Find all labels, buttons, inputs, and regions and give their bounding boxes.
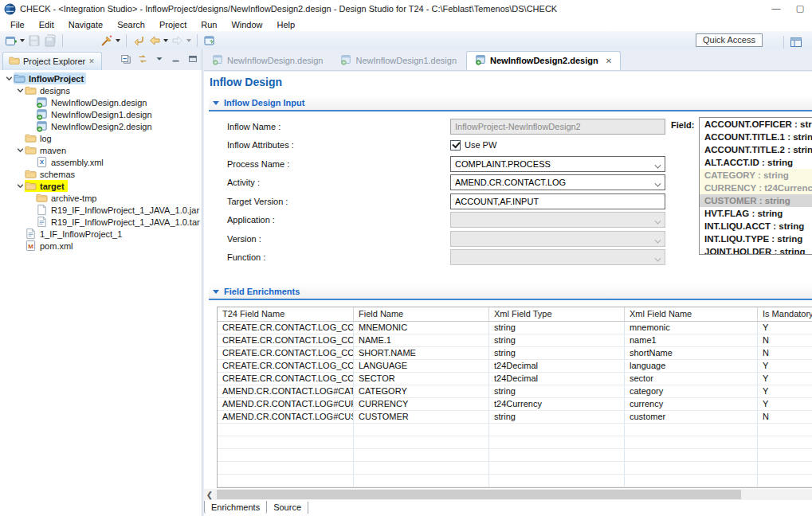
table-row[interactable]: AMEND.CR.CONTACT.LOG#CUST...CUSTOMERstri… — [218, 411, 812, 424]
table-row[interactable]: AMEND.CR.CONTACT.LOG#CATE...CATEGORYstri… — [218, 385, 812, 398]
tree-item-r19-if-inflowproject-1-java-1-0-tar[interactable]: R19_IF_InflowProject_1_JAVA_1.0.tar — [0, 216, 202, 228]
process-name-combo[interactable]: COMPLAINT.PROCESS — [450, 156, 665, 172]
dropdown-caret-icon[interactable] — [163, 39, 168, 42]
minimize-icon[interactable] — [171, 53, 182, 64]
menu-project[interactable]: Project — [152, 19, 194, 30]
field-list-item[interactable]: INT.LIQU.TYPE : string — [700, 233, 812, 245]
menu-navigate[interactable]: Navigate — [61, 19, 110, 30]
field-list-item[interactable]: ACCOUNT.OFFICER : string — [700, 118, 812, 131]
editor-tab-newinflowdesign-design[interactable]: NewInflowDesign.design — [204, 51, 331, 70]
field-list-item[interactable]: ACCOUNT.TITLE.2 : string — [700, 143, 812, 156]
close-tab-icon[interactable]: ✕ — [606, 57, 612, 65]
editor-tab-newinflowdesign1-design[interactable]: NewInflowDesign1.design — [332, 51, 465, 70]
chevron-down-icon[interactable] — [655, 236, 661, 242]
column-header-t24-field-name[interactable]: T24 Field Name — [218, 307, 354, 321]
field-list-item[interactable]: CATEGORY : string — [700, 169, 812, 182]
field-list-item[interactable]: JOINT.HOLDER : string — [700, 245, 812, 255]
dropdown-caret-icon[interactable] — [186, 39, 191, 42]
section-inflow-design-input[interactable]: Inflow Design Input — [209, 96, 812, 111]
tree-item-schemas[interactable]: schemas — [0, 168, 202, 180]
new-wizard-icon[interactable] — [3, 33, 26, 49]
section-collapse-icon[interactable] — [213, 290, 219, 294]
use-pw-checkbox[interactable] — [450, 140, 461, 150]
tab-project-explorer[interactable]: Project Explorer ✕ — [2, 52, 102, 70]
section-field-enrichments[interactable]: Field Enrichments — [209, 284, 812, 300]
field-list-item[interactable]: ACCOUNT.TITLE.1 : string — [700, 131, 812, 143]
link-with-editor-icon[interactable] — [137, 53, 148, 64]
tree-item-inflowproject[interactable]: InflowProject — [0, 72, 202, 84]
tree-item-newinflowdesign-design[interactable]: NewInflowDesign.design — [0, 96, 202, 108]
menu-bar: FileEditNavigateSearchProjectRunWindowHe… — [0, 18, 812, 31]
tree-item-log[interactable]: log — [0, 132, 202, 144]
back-icon[interactable] — [147, 33, 170, 49]
target-version-input[interactable]: ACCOUNT,AF.INPUT — [450, 194, 665, 209]
tree-item-target[interactable]: target — [0, 180, 202, 192]
table-cell: CATEGORY — [354, 385, 489, 397]
menu-help[interactable]: Help — [270, 19, 303, 30]
maximize-button[interactable]: ▢ — [788, 0, 812, 16]
run-tool-icon[interactable] — [99, 33, 122, 49]
chevron-down-icon[interactable] — [655, 180, 661, 186]
column-header-xml-field-name[interactable]: Xml Field Name — [625, 307, 758, 321]
column-header-field-name[interactable]: Field Name — [354, 307, 489, 321]
close-view-icon[interactable]: ✕ — [88, 57, 95, 65]
menu-search[interactable]: Search — [110, 19, 152, 30]
dropdown-caret-icon[interactable] — [20, 39, 25, 42]
field-list-item[interactable]: CUSTOMER : string — [700, 194, 812, 207]
expand-chevron-icon[interactable] — [5, 74, 14, 83]
table-row[interactable]: CREATE.CR.CONTACT.LOG_CCCL...LANGUAGEt24… — [218, 360, 812, 373]
scroll-left-icon[interactable]: ❮ — [204, 489, 215, 500]
table-row[interactable]: AMEND.CR.CONTACT.LOG#CURR...CURRENCYt24C… — [218, 398, 812, 411]
quick-access-button[interactable]: Quick Access — [696, 33, 763, 47]
maximize-icon[interactable] — [187, 53, 198, 64]
dropdown-caret-icon[interactable] — [116, 39, 120, 42]
tree-item-1-if-inflowproject-1[interactable]: 1_IF_InflowProject_1 — [0, 228, 202, 240]
collapse-all-icon[interactable] — [120, 53, 131, 64]
menu-window[interactable]: Window — [224, 19, 269, 30]
field-list-item[interactable]: HVT.FLAG : string — [700, 207, 812, 220]
tree-item-newinflowdesign2-design[interactable]: NewInflowDesign2.design — [0, 120, 202, 132]
column-header-is-mandatory[interactable]: Is Mandatory — [758, 307, 812, 321]
tree-item-newinflowdesign1-design[interactable]: NewInflowDesign1.design — [0, 108, 202, 120]
tree-item-maven[interactable]: maven — [0, 144, 202, 156]
tree-item-r19-if-inflowproject-1-java-1-0-jar[interactable]: R19_IF_InflowProject_1_JAVA_1.0.jar — [0, 204, 202, 216]
field-enrichments-table[interactable]: T24 Field NameField NameXml Field TypeXm… — [217, 307, 812, 488]
view-menu-icon[interactable] — [154, 53, 165, 64]
table-row[interactable]: CREATE.CR.CONTACT.LOG_CCCL...SECTORt24De… — [218, 373, 812, 385]
table-row[interactable]: CREATE.CR.CONTACT.LOG_CCCL...SHORT.NAMEs… — [218, 347, 812, 360]
bottom-tab-enrichments[interactable]: Enrichments — [204, 501, 267, 514]
bottom-tab-source[interactable]: Source — [267, 502, 308, 514]
menu-file[interactable]: File — [3, 19, 32, 30]
field-list-item[interactable]: CURRENCY : t24Currency — [700, 182, 812, 194]
expand-chevron-icon[interactable] — [16, 146, 25, 154]
field-list-item[interactable]: INT.LIQU.ACCT : string — [700, 220, 812, 233]
no-chevron — [16, 241, 25, 250]
integration-studio-perspective-icon[interactable] — [788, 34, 804, 50]
go-to-file-icon[interactable] — [202, 33, 218, 49]
expand-chevron-icon[interactable] — [16, 86, 25, 95]
activity-combo[interactable]: AMEND.CR.CONTACT.LOG — [450, 174, 665, 190]
expand-chevron-icon[interactable] — [16, 182, 25, 190]
tree-item-pom-xml[interactable]: Mpom.xml — [0, 240, 202, 252]
tree-item-assembly-xml[interactable]: Xassembly.xml — [0, 156, 202, 168]
scrollbar-thumb[interactable] — [217, 490, 741, 499]
field-list-label: Field: — [671, 120, 694, 130]
field-list-item[interactable]: ALT.ACCT.ID : string — [700, 156, 812, 169]
menu-run[interactable]: Run — [194, 19, 224, 30]
tree-item-designs[interactable]: designs — [0, 84, 202, 96]
chevron-down-icon[interactable] — [655, 255, 661, 260]
table-row[interactable]: CREATE.CR.CONTACT.LOG_CCCL...NAME.1strin… — [218, 334, 812, 347]
chevron-down-icon[interactable] — [655, 162, 661, 167]
field-value: InflowProject-NewInflowDesign2 — [455, 122, 581, 131]
minimize-button[interactable]: — — [764, 0, 788, 16]
tree-item-archive-tmp[interactable]: archive-tmp — [0, 192, 202, 204]
menu-edit[interactable]: Edit — [32, 19, 61, 30]
editor-tab-newinflowdesign2-design[interactable]: NewInflowDesign2.design✕ — [466, 51, 621, 70]
column-header-xml-field-type[interactable]: Xml Field Type — [489, 307, 625, 321]
section-collapse-icon[interactable] — [213, 101, 219, 105]
last-edit-location-icon[interactable] — [131, 33, 147, 49]
chevron-down-icon[interactable] — [655, 217, 661, 223]
field-list[interactable]: ACCOUNT.OFFICER : stringACCOUNT.TITLE.1 … — [699, 117, 812, 255]
horizontal-scrollbar[interactable]: ❮ — [204, 489, 812, 500]
table-row[interactable]: CREATE.CR.CONTACT.LOG_CCCL...MNEMONICstr… — [218, 322, 812, 334]
